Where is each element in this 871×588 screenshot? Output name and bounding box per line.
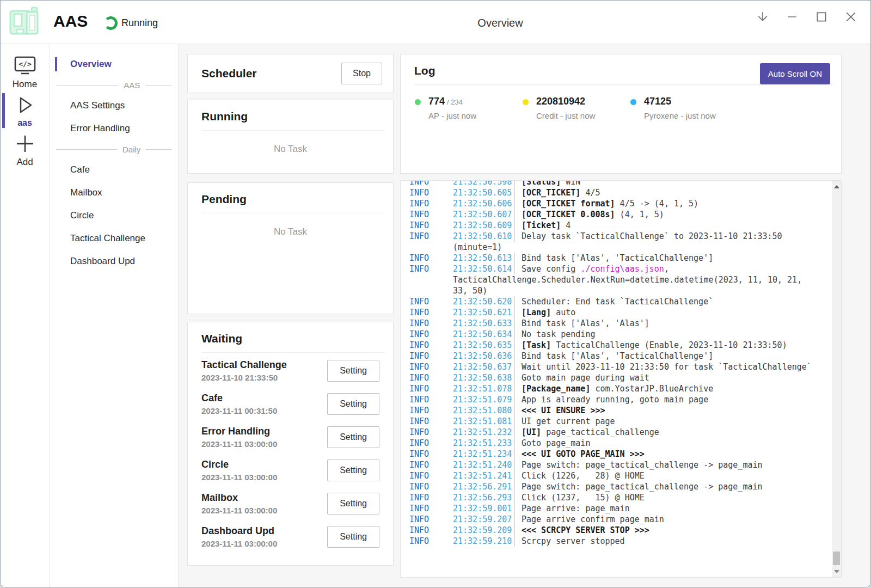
task-setting-button[interactable]: Setting	[327, 426, 379, 448]
stat-label: Pyroxene - just now	[644, 111, 716, 120]
waiting-task-next-run: 2023-11-11 03:00:00	[201, 539, 277, 548]
log-line: INFO21:32:51.241Click (1226, 28) @ HOME	[409, 470, 830, 481]
stop-button[interactable]: Stop	[341, 63, 382, 84]
log-scrollbar[interactable]	[832, 181, 841, 577]
log-line: INFO21:32:51.079App is already running, …	[409, 394, 830, 405]
divider	[201, 130, 385, 131]
log-line: INFO21:32:51.232[UI] page_tactical_chall…	[409, 427, 830, 438]
log-line: INFO21:32:51.081UI get current page	[409, 416, 830, 427]
main-content: Scheduler Stop Running No Task Pending N…	[179, 44, 870, 587]
log-line: INFO21:32:50.633Bind task ['Alas', 'Alas…	[409, 318, 830, 329]
nav-item-tactical-challenge[interactable]: Tactical Challenge	[50, 227, 178, 250]
stat-value: 220810942	[536, 96, 585, 107]
svg-text:</>: </>	[19, 60, 32, 68]
stat-total: / 234	[447, 98, 463, 106]
log-line: INFO21:32:51.234<<< UI GOTO PAGE_MAIN >>…	[409, 449, 830, 460]
log-line: INFO21:32:50.637Wait until 2023-11-10 21…	[409, 362, 830, 372]
nav-item-error-handling[interactable]: Error Handling	[50, 117, 178, 140]
log-line: INFO21:32:51.078[Package_name] com.Yosta…	[409, 383, 830, 394]
log-line: INFO21:32:51.233Goto page_main	[409, 438, 830, 449]
task-setting-button[interactable]: Setting	[327, 526, 379, 548]
task-setting-button[interactable]: Setting	[327, 460, 379, 481]
log-line: INFO21:32:56.293Click (1237, 15) @ HOME	[409, 492, 830, 503]
log-line: INFO21:32:51.240Page switch: page_tactic…	[409, 460, 830, 470]
waiting-task-name: Circle	[201, 459, 277, 470]
stat-label: Credit - just now	[536, 111, 595, 120]
log-line-continuation: (minute=1)	[409, 242, 830, 253]
waiting-task-list: Tactical Challenge 2023-11-10 21:33:50 S…	[188, 353, 393, 553]
waiting-task-name: Cafe	[201, 393, 277, 404]
waiting-task-row: Error Handling 2023-11-11 03:00:00 Setti…	[188, 420, 393, 454]
app-window: AAS Running Overview </>	[0, 0, 871, 588]
waiting-title: Waiting	[188, 322, 393, 352]
scrollbar-thumb[interactable]	[833, 552, 840, 565]
page-title: Overview	[477, 17, 523, 29]
log-line: INFO21:32:50.634No task pending	[409, 329, 830, 340]
nav-item-aas-settings[interactable]: AAS Settings	[50, 94, 178, 117]
title-bar: AAS Running Overview	[1, 1, 870, 44]
log-line: INFO21:32:50.638Goto main page during wa…	[409, 372, 830, 383]
nav-item-mailbox[interactable]: Mailbox	[50, 181, 178, 204]
running-empty-text: No Task	[188, 144, 393, 155]
waiting-task-name: Tactical Challenge	[201, 359, 287, 371]
rail-label-aas: aas	[1, 118, 49, 128]
divider	[414, 84, 833, 85]
log-line: INFO21:32:50.614Save config ./config\aas…	[409, 264, 830, 274]
running-card: Running No Task	[187, 100, 394, 174]
task-setting-button[interactable]: Setting	[327, 393, 379, 415]
nav-section-daily: Daily	[50, 140, 178, 158]
nav-item-dashboard-upd[interactable]: Dashboard Upd	[50, 250, 178, 273]
close-icon[interactable]	[844, 10, 857, 23]
running-spinner-icon	[104, 16, 118, 30]
divider	[201, 213, 385, 213]
stat-value: 774	[428, 96, 445, 107]
nav-item-cafe[interactable]: Cafe	[50, 158, 178, 181]
task-setting-button[interactable]: Setting	[327, 360, 379, 382]
minimize-icon[interactable]	[786, 10, 799, 23]
hide-arrow-icon[interactable]	[756, 10, 769, 23]
log-title: Log	[401, 54, 449, 84]
rail-item-add[interactable]: Add	[1, 134, 49, 169]
pending-card: Pending No Task	[187, 182, 394, 314]
waiting-task-row: Circle 2023-11-11 03:00:00 Setting	[188, 454, 393, 487]
log-line: INFO21:32:50.620Scheduler: End task `Tac…	[409, 296, 830, 307]
stat-label: AP - just now	[428, 111, 476, 120]
app-logo-icon	[6, 4, 42, 40]
resource-stat: 774/ 234 AP - just now	[415, 96, 523, 120]
waiting-task-row: Dashboard Upd 2023-11-11 03:00:00 Settin…	[188, 520, 393, 553]
scheduler-card: Scheduler Stop	[187, 54, 394, 93]
waiting-task-name: Mailbox	[201, 492, 277, 504]
scheduler-title: Scheduler	[201, 67, 257, 80]
log-line: INFO21:32:50.621[Lang] auto	[409, 307, 830, 318]
waiting-task-name: Dashboard Upd	[201, 525, 277, 537]
waiting-card: Waiting Tactical Challenge 2023-11-10 21…	[187, 322, 394, 566]
nav-item-overview[interactable]: Overview	[50, 53, 178, 76]
task-setting-button[interactable]: Setting	[327, 493, 379, 514]
log-output-panel[interactable]: INFO21:32:50.598[Status] WIN INFO21:32:5…	[400, 180, 842, 578]
stat-color-dot	[630, 99, 636, 105]
resource-stat: 220810942 Credit - just now	[523, 96, 630, 120]
log-line-continuation: TacticalChallenge.Scheduler.NextRun=date…	[409, 274, 830, 285]
log-line: INFO21:32:59.210Scrcpy server stopped	[409, 536, 830, 547]
rail-label-add: Add	[1, 157, 49, 168]
rail-item-home[interactable]: </> Home	[1, 55, 49, 88]
pending-title: Pending	[188, 183, 393, 213]
nav-item-circle[interactable]: Circle	[50, 204, 178, 227]
waiting-task-row: Tactical Challenge 2023-11-10 21:33:50 S…	[188, 354, 393, 387]
log-line: INFO21:32:51.080<<< UI ENSURE >>>	[409, 405, 830, 416]
log-card: Log Auto Scroll ON 774/ 234 AP - just no…	[400, 54, 842, 174]
auto-scroll-button[interactable]: Auto Scroll ON	[760, 63, 830, 84]
log-line: INFO21:32:56.291Page switch: page_tactic…	[409, 481, 830, 492]
waiting-task-next-run: 2023-11-10 21:33:50	[201, 373, 287, 382]
scrollbar-down-arrow-icon[interactable]	[832, 567, 841, 576]
log-line-continuation: 33, 50)	[409, 285, 830, 296]
maximize-icon[interactable]	[815, 10, 828, 23]
scrollbar-up-arrow-icon[interactable]	[832, 182, 841, 191]
running-title: Running	[188, 100, 393, 130]
scheduler-status-text: Running	[121, 17, 158, 29]
rail-item-aas[interactable]: aas	[1, 93, 49, 128]
left-rail: </> Home aas Add	[1, 44, 50, 587]
waiting-task-next-run: 2023-11-11 00:31:50	[201, 406, 277, 415]
nav-list: Overview AAS AAS Settings Error Handling…	[50, 53, 178, 273]
play-icon	[15, 95, 35, 115]
